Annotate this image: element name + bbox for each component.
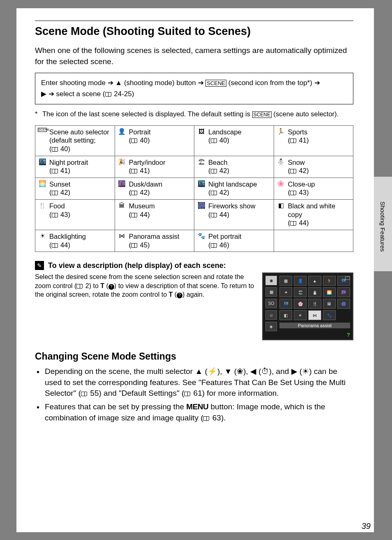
scene-cell: ⋈Panorama assist( 45) <box>115 230 194 252</box>
right-triangle-icon: ▶ <box>291 367 297 376</box>
scene-cell: 🎆Fireworks show( 44) <box>194 200 274 230</box>
scene-cell: 🌸Close-up( 43) <box>274 178 353 199</box>
lcd-help-icon: ? <box>347 332 350 338</box>
scene-cell <box>274 230 353 252</box>
scene-cell-text: Panorama assist( 45) <box>129 232 180 249</box>
scene-cell-text: Black and white copy( 44) <box>288 202 351 227</box>
nav-text: 24-25) <box>114 90 134 98</box>
scene-cell-text: Beach( 42) <box>208 158 229 175</box>
camera-icon: ▲ <box>115 79 122 87</box>
scene-mode-icon: SCENE <box>38 128 47 132</box>
scene-cell-text: Close-up( 43) <box>288 180 315 197</box>
help-text: 2) to <box>85 282 100 289</box>
nav-text: select a scene ( <box>56 90 105 98</box>
up-triangle-icon: ▲ <box>195 367 203 376</box>
scene-mode-icon: 🌃 <box>197 180 206 187</box>
scene-cell-text: Pet portrait( 46) <box>208 232 242 249</box>
t-glyph: T <box>100 282 104 289</box>
scene-cell-text: Portrait( 40) <box>129 128 151 145</box>
nav-text: (second icon from the top*) <box>228 79 312 87</box>
footnote-text-a: The icon of the last scene selected is d… <box>42 110 250 118</box>
scene-cell-text: Backlighting( 44) <box>49 232 86 249</box>
lcd-mode-icon: ◉ <box>265 276 277 285</box>
list-item: Depending on the scene, the multi select… <box>45 366 353 399</box>
intro-paragraph: When one of the following scenes is sele… <box>35 45 353 67</box>
scene-auto-icon: SCENE <box>252 111 272 118</box>
scene-cell: 🖼Landscape( 40) <box>194 125 274 156</box>
bullet-list: Depending on the scene, the multi select… <box>35 366 353 423</box>
scene-mode-icon: 🌸 <box>277 180 286 187</box>
footnote-marker: * <box>35 109 42 119</box>
lcd-mode-icon: ☺ <box>265 310 277 320</box>
help-heading: To view a description (help display) of … <box>48 261 226 270</box>
scene-cell: 🏃Sports( 41) <box>274 125 353 156</box>
scene-mode-table: SCENEScene auto selector (default settin… <box>35 125 353 252</box>
scene-cell: 🌃Night landscape( 42) <box>194 178 274 199</box>
scene-cell: 🌅Sunset( 42) <box>35 178 115 199</box>
timer-icon: ⏱ <box>261 367 269 376</box>
t-glyph: T <box>169 291 173 298</box>
lcd-mode-icon: SO <box>265 299 277 308</box>
scene-cell-text: Sports( 41) <box>288 128 309 145</box>
help-q-icon: ? <box>177 293 182 298</box>
scene-cell-text: Sunset( 42) <box>49 180 70 197</box>
scene-cell: 🏛Museum( 44) <box>115 200 194 230</box>
scene-icon: SCENE <box>205 80 226 87</box>
scene-mode-icon: 🍴 <box>38 202 47 209</box>
battery-icon <box>345 277 350 280</box>
scene-mode-icon: ☀ <box>38 232 47 240</box>
footnote-text: The icon of the last scene selected is d… <box>42 109 339 119</box>
bullet-text: Depending on the scene, the multi select… <box>45 367 195 376</box>
down-triangle-icon: ▼ <box>224 367 232 376</box>
arrow-right-icon: ➔ <box>314 79 320 87</box>
subheading: Changing Scene Mode Settings <box>35 351 353 362</box>
scene-mode-icon: 🌆 <box>118 180 127 187</box>
help-q-icon: ? <box>108 284 114 290</box>
scene-mode-icon: ⛱ <box>197 158 206 165</box>
book-icon <box>81 392 87 396</box>
exposure-icon: ☀ <box>302 367 309 376</box>
manual-page: Scene Mode (Shooting Suited to Scenes) W… <box>16 8 374 532</box>
bullet-text: 55) and "Default Settings" ( <box>90 389 184 397</box>
scene-cell: 🐾Pet portrait( 46) <box>194 230 274 252</box>
bullet-text: ), <box>217 367 224 376</box>
lcd-preview: ◉ ▦ SO ☺ ◈ ▦👤▲🏃🌃 ✦⛱⛄🌅🌆 🌃🌸🍴🏛🎆 ◧☀⋈🐾 Panora… <box>262 272 353 340</box>
book-icon <box>184 392 190 396</box>
navigation-path-box: Enter shooting mode ➔ ▲ (shooting mode) … <box>35 73 353 104</box>
scene-cell-text: Museum( 44) <box>129 202 155 219</box>
scene-mode-icon: 🌅 <box>38 180 47 187</box>
page-title: Scene Mode (Shooting Suited to Scenes) <box>35 25 353 38</box>
lcd-mode-icon: ◈ <box>265 322 277 331</box>
menu-button-label: MENU <box>186 402 208 411</box>
scene-mode-icon: 🎉 <box>118 158 127 166</box>
bullet-text: ), and <box>269 367 291 376</box>
help-heading-row: ✎ To view a description (help display) o… <box>35 261 353 270</box>
scene-cell: 🍴Food( 43) <box>35 200 115 230</box>
scene-cell-text: Landscape( 40) <box>208 128 242 145</box>
scene-cell: 🎉Party/indoor( 41) <box>115 156 194 178</box>
scene-cell: ⛱Beach( 42) <box>194 156 274 178</box>
left-triangle-icon: ◀ <box>250 367 256 376</box>
scene-mode-icon: 🌃 <box>38 158 47 166</box>
page-number: 39 <box>362 522 371 531</box>
scene-mode-icon: ⛄ <box>277 158 286 166</box>
scene-cell-text: Fireworks show( 44) <box>208 202 256 219</box>
arrow-right-icon: ➔ <box>198 79 206 87</box>
scene-cell: ◧Black and white copy( 44) <box>274 200 353 230</box>
scene-cell: ☀Backlighting( 44) <box>35 230 115 252</box>
scene-cell-text: Scene auto selector (default setting;( 4… <box>49 128 112 153</box>
book-icon <box>76 284 83 288</box>
arrow-right-icon: ➔ <box>108 79 115 87</box>
bullet-text: ), <box>243 367 250 376</box>
scene-mode-icon: 🏛 <box>118 202 127 209</box>
book-icon <box>203 416 209 421</box>
scene-cell-text: Party/indoor( 41) <box>129 158 166 175</box>
scene-mode-icon: 🐾 <box>197 232 206 240</box>
macro-icon: ❀ <box>237 367 243 376</box>
lcd-scene-grid: ▦👤▲🏃🌃 ✦⛱⛄🌅🌆 🌃🌸🍴🏛🎆 ◧☀⋈🐾 Panorama assist <box>279 276 350 337</box>
section-tab-label: Shooting Features <box>379 201 386 252</box>
note-pencil-icon: ✎ <box>35 261 44 270</box>
lcd-mode-column: ◉ ▦ SO ☺ ◈ <box>265 276 277 337</box>
nav-text: Enter shooting mode <box>41 79 106 87</box>
scene-mode-icon: 👤 <box>118 128 127 135</box>
